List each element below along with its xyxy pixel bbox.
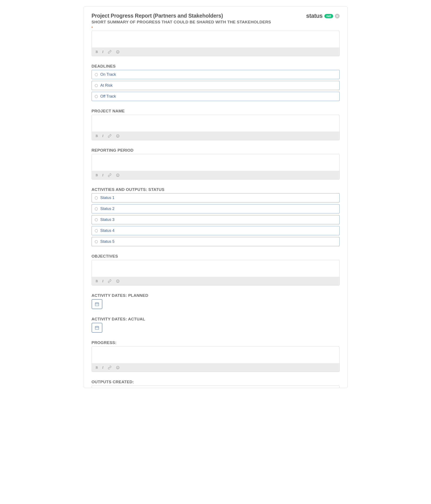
- emoji-icon[interactable]: [116, 50, 120, 54]
- project-name-toolbar: B I: [92, 132, 339, 140]
- link-icon[interactable]: [108, 279, 111, 283]
- radio-icon: [95, 240, 98, 243]
- radio-icon: [95, 84, 98, 87]
- header-row: Project Progress Report (Partners and St…: [92, 13, 339, 31]
- svg-point-28: [118, 367, 119, 367]
- objectives-toolbar: B I: [92, 277, 339, 285]
- radio-icon: [95, 229, 98, 232]
- svg-point-4: [117, 135, 118, 136]
- progress-input[interactable]: [92, 347, 339, 363]
- objectives-field: B I: [92, 260, 339, 286]
- outputs-created-label: OUTPUTS CREATED:: [92, 380, 339, 384]
- emoji-icon[interactable]: [116, 134, 120, 138]
- calendar-icon: [95, 302, 99, 306]
- svg-point-10: [117, 281, 118, 281]
- logo-pill: net: [324, 14, 333, 18]
- progress-label: PROGRESS:: [92, 340, 339, 345]
- summary-label: SHORT SUMMARY OF PROGRESS THAT COULD BE …: [92, 20, 306, 25]
- activity-status-3[interactable]: Status 3: [92, 215, 339, 224]
- link-icon[interactable]: [108, 134, 111, 138]
- radio-icon: [95, 207, 98, 210]
- link-icon[interactable]: [108, 366, 111, 369]
- radio-icon: [95, 197, 98, 199]
- radio-label: Status 3: [101, 217, 115, 222]
- svg-point-11: [118, 281, 119, 281]
- dates-planned-label: ACTIVITY DATES: PLANNED: [92, 293, 339, 298]
- objectives-label: OBJECTIVES: [92, 254, 339, 259]
- svg-point-6: [117, 174, 119, 177]
- link-icon[interactable]: [108, 50, 111, 54]
- svg-point-26: [117, 366, 119, 369]
- reporting-period-toolbar: B I: [92, 171, 339, 179]
- outputs-created-field-top: [92, 386, 339, 388]
- progress-toolbar: B I: [92, 363, 339, 372]
- form-card: Project Progress Report (Partners and St…: [84, 6, 348, 388]
- dates-actual-label: ACTIVITY DATES: ACTUAL: [92, 317, 339, 322]
- radio-label: At Risk: [101, 83, 113, 88]
- radio-label: Status 5: [101, 239, 115, 244]
- radio-label: Off Track: [101, 94, 116, 99]
- emoji-icon[interactable]: [116, 366, 120, 369]
- deadline-option-off-track[interactable]: Off Track: [92, 92, 339, 101]
- svg-point-9: [117, 280, 119, 283]
- dates-actual-picker[interactable]: [92, 323, 102, 333]
- close-icon[interactable]: [335, 14, 339, 18]
- radio-icon: [95, 218, 98, 221]
- project-name-input[interactable]: [92, 115, 339, 132]
- deadline-option-at-risk[interactable]: At Risk: [92, 81, 339, 90]
- bold-button[interactable]: B: [96, 173, 98, 177]
- activities-label: ACTIVITIES AND OUTPUTS: STATUS: [92, 187, 339, 192]
- bold-button[interactable]: B: [96, 134, 98, 138]
- bold-button[interactable]: B: [96, 279, 98, 283]
- radio-label: On Track: [101, 72, 116, 77]
- activity-status-4[interactable]: Status 4: [92, 226, 339, 235]
- svg-point-3: [117, 135, 119, 137]
- deadline-option-on-track[interactable]: On Track: [92, 70, 339, 79]
- italic-button[interactable]: I: [102, 173, 103, 177]
- link-icon[interactable]: [108, 173, 111, 177]
- svg-point-27: [117, 367, 118, 367]
- logo-text: status: [306, 13, 323, 19]
- logo: status net: [306, 13, 339, 19]
- radio-icon: [95, 95, 98, 98]
- svg-point-0: [117, 50, 119, 54]
- emoji-icon[interactable]: [116, 173, 120, 177]
- title-block: Project Progress Report (Partners and St…: [92, 13, 306, 31]
- page-title: Project Progress Report (Partners and St…: [92, 13, 306, 19]
- objectives-input[interactable]: [92, 260, 339, 277]
- dates-planned-picker[interactable]: [92, 299, 102, 309]
- italic-button[interactable]: I: [102, 50, 103, 54]
- reporting-period-field: B I: [92, 154, 339, 180]
- project-name-label: PROJECT NAME: [92, 109, 339, 113]
- radio-label: Status 2: [101, 207, 115, 211]
- svg-rect-12: [95, 303, 99, 306]
- activity-status-2[interactable]: Status 2: [92, 204, 339, 213]
- radio-icon: [95, 73, 98, 76]
- radio-label: Status 4: [101, 228, 115, 233]
- emoji-icon[interactable]: [116, 279, 120, 283]
- summary-toolbar: B I: [92, 48, 339, 56]
- bold-button[interactable]: B: [96, 366, 98, 369]
- activity-status-5[interactable]: Status 5: [92, 237, 339, 246]
- svg-point-5: [118, 135, 119, 136]
- activities-group: Status 1 Status 2 Status 3 Status 4 Stat…: [92, 193, 339, 246]
- italic-button[interactable]: I: [102, 279, 103, 283]
- reporting-period-input[interactable]: [92, 154, 339, 171]
- calendar-icon: [95, 325, 99, 330]
- italic-button[interactable]: I: [102, 366, 103, 369]
- project-name-field: B I: [92, 115, 339, 140]
- svg-rect-19: [95, 326, 99, 330]
- deadlines-label: DEADLINES: [92, 64, 339, 69]
- activity-status-1[interactable]: Status 1: [92, 193, 339, 202]
- summary-field: B I: [92, 31, 339, 56]
- summary-input[interactable]: [92, 31, 339, 48]
- italic-button[interactable]: I: [102, 134, 103, 138]
- required-star: *: [92, 26, 306, 29]
- progress-field: B I: [92, 346, 339, 372]
- deadlines-group: On Track At Risk Off Track: [92, 70, 339, 101]
- radio-label: Status 1: [101, 196, 115, 200]
- bold-button[interactable]: B: [96, 50, 98, 54]
- reporting-period-label: REPORTING PERIOD: [92, 148, 339, 153]
